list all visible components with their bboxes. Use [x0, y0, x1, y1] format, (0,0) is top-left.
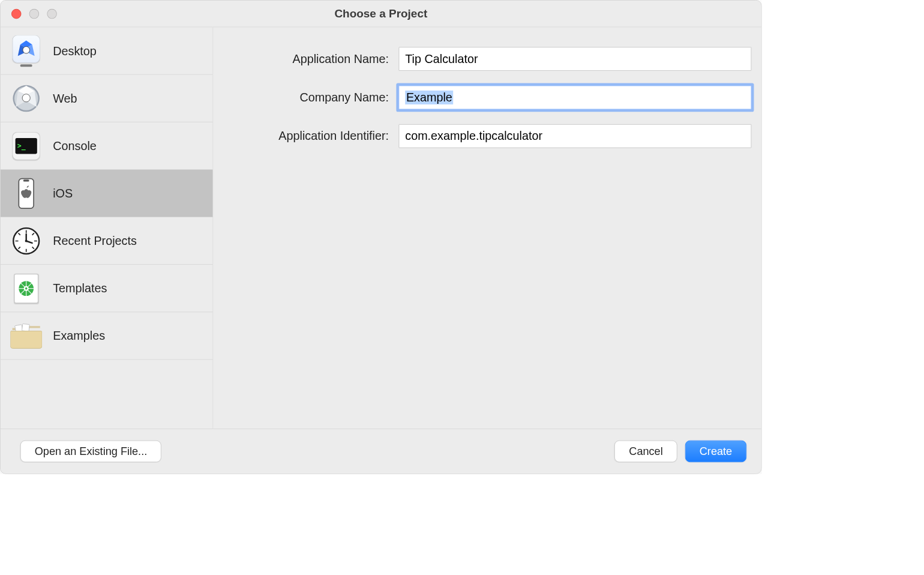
- svg-point-17: [25, 239, 28, 242]
- project-chooser-window: Choose a Project: [0, 0, 762, 474]
- desktop-app-icon: [10, 35, 42, 67]
- sidebar-item-label: Desktop: [53, 44, 97, 58]
- sidebar-item-label: Web: [53, 91, 77, 105]
- minimize-button[interactable]: [29, 8, 39, 18]
- iphone-icon: [10, 178, 42, 209]
- console-icon: >_: [10, 130, 42, 161]
- close-button[interactable]: [11, 8, 21, 18]
- sidebar-item-web[interactable]: Web: [1, 74, 213, 122]
- application-identifier-input[interactable]: [399, 124, 752, 148]
- sidebar-item-label: Templates: [53, 281, 107, 295]
- sidebar-item-examples[interactable]: Examples: [1, 312, 213, 360]
- open-existing-file-button[interactable]: Open an Existing File...: [20, 441, 161, 462]
- sidebar-item-label: Examples: [53, 329, 105, 343]
- clock-icon: [10, 225, 42, 257]
- sidebar-item-label: Recent Projects: [53, 234, 137, 248]
- sidebar-item-label: Console: [53, 139, 97, 152]
- window-title: Choose a Project: [1, 7, 761, 20]
- traffic-lights: [11, 8, 57, 18]
- sidebar-item-ios[interactable]: iOS: [1, 170, 213, 217]
- create-label: Create: [700, 445, 732, 457]
- application-identifier-label: Application Identifier:: [223, 129, 389, 143]
- svg-rect-5: [23, 179, 29, 181]
- cancel-label: Cancel: [629, 445, 662, 457]
- application-name-input[interactable]: [399, 47, 752, 71]
- sidebar-item-console[interactable]: >_ Console: [1, 122, 213, 170]
- sidebar-item-desktop[interactable]: Desktop: [1, 27, 213, 74]
- svg-point-24: [25, 287, 28, 289]
- project-form: Application Name: Company Name: Example …: [223, 47, 752, 148]
- company-name-input[interactable]: Example: [399, 86, 752, 110]
- folder-icon: [10, 320, 42, 352]
- application-name-label: Application Name:: [223, 52, 389, 66]
- svg-point-3: [22, 94, 30, 101]
- web-globe-icon: [10, 82, 42, 114]
- main-panel: Application Name: Company Name: Example …: [213, 27, 761, 429]
- titlebar: Choose a Project: [1, 1, 761, 28]
- template-doc-icon: [10, 272, 42, 304]
- sidebar-item-templates[interactable]: Templates: [1, 265, 213, 312]
- create-button[interactable]: Create: [685, 441, 746, 462]
- sidebar: Desktop Web: [1, 27, 214, 429]
- cancel-button[interactable]: Cancel: [614, 441, 677, 462]
- footer: Open an Existing File... Cancel Create: [1, 429, 761, 474]
- company-name-value: Example: [405, 91, 453, 104]
- sidebar-item-recent-projects[interactable]: Recent Projects: [1, 217, 213, 265]
- sidebar-item-label: iOS: [53, 186, 73, 200]
- company-name-label: Company Name:: [223, 91, 389, 104]
- open-existing-file-label: Open an Existing File...: [35, 445, 148, 457]
- zoom-button[interactable]: [47, 8, 56, 18]
- window-body: Desktop Web: [1, 27, 761, 429]
- svg-point-0: [23, 46, 30, 53]
- svg-rect-26: [22, 324, 30, 331]
